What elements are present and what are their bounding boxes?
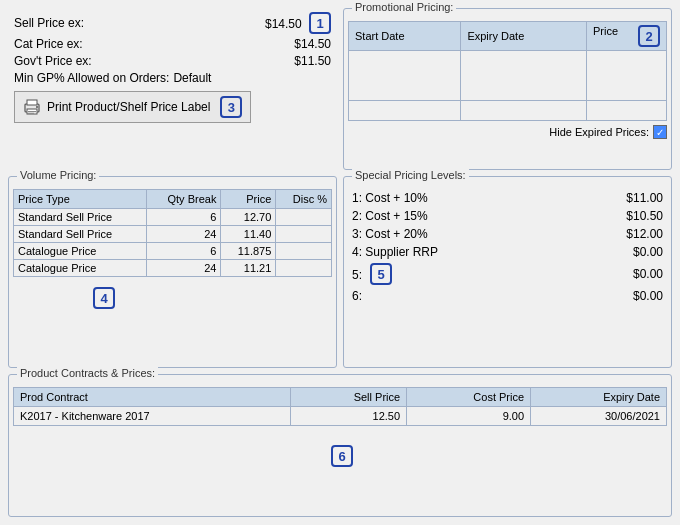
special-pricing-title: Special Pricing Levels: xyxy=(352,169,469,181)
vol-price-type: Standard Sell Price xyxy=(14,209,147,226)
sell-price-label: Sell Price ex: xyxy=(14,16,84,30)
vol-qty-break: 6 xyxy=(146,243,221,260)
vol-qty-break: 6 xyxy=(146,209,221,226)
contract-table-row: K2017 - Kitchenware 2017 12.50 9.00 30/0… xyxy=(14,407,667,426)
vol-price-type: Standard Sell Price xyxy=(14,226,147,243)
sell-price-value: $14.50 1 xyxy=(265,12,331,34)
vol-col-price: Price xyxy=(221,190,276,209)
contract-col-name: Prod Contract xyxy=(14,388,291,407)
vol-disc xyxy=(276,209,332,226)
badge-4: 4 xyxy=(93,287,115,309)
printer-icon xyxy=(23,99,41,115)
contract-col-sell: Sell Price xyxy=(291,388,407,407)
vol-col-disc: Disc % xyxy=(276,190,332,209)
special-level-label: 3: Cost + 20% xyxy=(352,227,428,241)
cat-price-row: Cat Price ex: $14.50 xyxy=(14,37,331,51)
svg-rect-3 xyxy=(28,111,36,112)
badge-1: 1 xyxy=(309,12,331,34)
special-level-label: 5:5 xyxy=(352,263,392,285)
special-level-value: $0.00 xyxy=(633,289,663,303)
promo-empty-row xyxy=(349,51,667,101)
special-level-label: 4: Supplier RRP xyxy=(352,245,438,259)
cat-price-label: Cat Price ex: xyxy=(14,37,83,51)
special-level-value: $12.00 xyxy=(626,227,663,241)
special-level-label: 6: xyxy=(352,289,362,303)
price-info-panel: Sell Price ex: $14.50 1 Cat Price ex: $1… xyxy=(8,8,337,170)
volume-table-row: Catalogue Price 24 11.21 xyxy=(14,260,332,277)
volume-table-row: Standard Sell Price 24 11.40 xyxy=(14,226,332,243)
special-level-value: $10.50 xyxy=(626,209,663,223)
vol-qty-break: 24 xyxy=(146,260,221,277)
contracts-title: Product Contracts & Prices: xyxy=(17,367,158,379)
contract-col-cost: Cost Price xyxy=(407,388,531,407)
special-level-value: $0.00 xyxy=(633,267,663,281)
promo-empty-row-2 xyxy=(349,101,667,121)
volume-table-row: Catalogue Price 6 11.875 xyxy=(14,243,332,260)
contract-cost-price: 9.00 xyxy=(407,407,531,426)
special-pricing-row: 2: Cost + 15% $10.50 xyxy=(352,209,663,223)
promo-table: Start Date Expiry Date Price 2 xyxy=(348,21,667,121)
special-pricing-panel: Special Pricing Levels: 1: Cost + 10% $1… xyxy=(343,176,672,368)
govt-price-row: Gov't Price ex: $11.50 xyxy=(14,54,331,68)
vol-qty-break: 24 xyxy=(146,226,221,243)
contracts-table: Prod Contract Sell Price Cost Price Expi… xyxy=(13,387,667,426)
vol-col-qty-break: Qty Break xyxy=(146,190,221,209)
vol-price: 11.21 xyxy=(221,260,276,277)
special-pricing-row: 5:5 $0.00 xyxy=(352,263,663,285)
main-container: Sell Price ex: $14.50 1 Cat Price ex: $1… xyxy=(0,0,680,525)
promo-col-price: Price 2 xyxy=(587,22,667,51)
volume-table: Price Type Qty Break Price Disc % Standa… xyxy=(13,189,332,277)
vol-price-type: Catalogue Price xyxy=(14,260,147,277)
min-gp-label: Min GP% Allowed on Orders: xyxy=(14,71,169,85)
badge-2: 2 xyxy=(638,25,660,47)
vol-disc xyxy=(276,226,332,243)
hide-expired-row: Hide Expired Prices: ✓ xyxy=(348,125,667,139)
volume-empty-space: 4 xyxy=(13,277,332,337)
vol-disc xyxy=(276,243,332,260)
svg-rect-1 xyxy=(27,100,37,105)
govt-price-value: $11.50 xyxy=(271,54,331,68)
special-level-value: $11.00 xyxy=(626,191,663,205)
min-gp-value: Default xyxy=(173,71,211,85)
svg-point-5 xyxy=(36,106,38,108)
promo-pricing-panel: Promotional Pricing: Start Date Expiry D… xyxy=(343,8,672,170)
vol-price: 11.40 xyxy=(221,226,276,243)
special-pricing-row: 3: Cost + 20% $12.00 xyxy=(352,227,663,241)
print-shelf-label-button[interactable]: Print Product/Shelf Price Label 3 xyxy=(14,91,251,123)
special-pricing-row: 6: $0.00 xyxy=(352,289,663,303)
min-gp-row: Min GP% Allowed on Orders: Default xyxy=(14,71,331,85)
badge-3: 3 xyxy=(220,96,242,118)
badge-6: 6 xyxy=(331,445,353,467)
vol-col-price-type: Price Type xyxy=(14,190,147,209)
contracts-empty-space: 6 xyxy=(13,426,667,486)
volume-pricing-panel: Volume Pricing: Price Type Qty Break Pri… xyxy=(8,176,337,368)
cat-price-value: $14.50 xyxy=(271,37,331,51)
hide-expired-checkbox[interactable]: ✓ xyxy=(653,125,667,139)
contract-name: K2017 - Kitchenware 2017 xyxy=(14,407,291,426)
hide-expired-label: Hide Expired Prices: xyxy=(549,126,649,138)
sell-price-row: Sell Price ex: $14.50 1 xyxy=(14,12,331,34)
contract-col-expiry: Expiry Date xyxy=(531,388,667,407)
volume-pricing-title: Volume Pricing: xyxy=(17,169,99,181)
volume-table-row: Standard Sell Price 6 12.70 xyxy=(14,209,332,226)
vol-price-type: Catalogue Price xyxy=(14,243,147,260)
special-level-value: $0.00 xyxy=(633,245,663,259)
contract-expiry-date: 30/06/2021 xyxy=(531,407,667,426)
promo-col-expiry-date: Expiry Date xyxy=(461,22,587,51)
special-pricing-row: 4: Supplier RRP $0.00 xyxy=(352,245,663,259)
govt-price-label: Gov't Price ex: xyxy=(14,54,92,68)
special-levels-container: 1: Cost + 10% $11.00 2: Cost + 15% $10.5… xyxy=(352,191,663,303)
contracts-table-body: K2017 - Kitchenware 2017 12.50 9.00 30/0… xyxy=(14,407,667,426)
svg-rect-4 xyxy=(28,113,34,114)
vol-price: 11.875 xyxy=(221,243,276,260)
vol-disc xyxy=(276,260,332,277)
promo-pricing-title: Promotional Pricing: xyxy=(352,1,456,13)
volume-table-body: Standard Sell Price 6 12.70 Standard Sel… xyxy=(14,209,332,277)
print-button-label: Print Product/Shelf Price Label xyxy=(47,100,210,114)
special-pricing-row: 1: Cost + 10% $11.00 xyxy=(352,191,663,205)
contracts-panel: Product Contracts & Prices: Prod Contrac… xyxy=(8,374,672,517)
promo-col-start-date: Start Date xyxy=(349,22,461,51)
contract-sell-price: 12.50 xyxy=(291,407,407,426)
vol-price: 12.70 xyxy=(221,209,276,226)
special-level-label: 2: Cost + 15% xyxy=(352,209,428,223)
